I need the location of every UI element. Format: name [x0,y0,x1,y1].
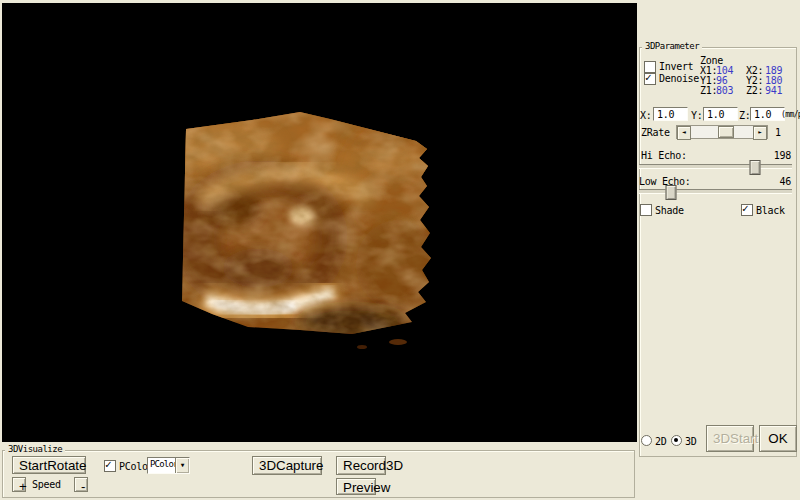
chevron-down-icon[interactable]: ▼ [175,458,189,473]
hi-echo-value: 198 [765,150,791,161]
pcolor-select[interactable]: PColor ▼ [147,457,190,474]
low-echo-thumb[interactable] [666,185,677,200]
black-checkbox[interactable] [741,204,753,216]
mode-2d-radio[interactable] [641,435,652,446]
pcolor-select-value: PColor [150,459,178,469]
scale-x-input[interactable]: 1.0 [653,107,688,121]
pcolor-checkbox[interactable] [104,460,116,472]
black-label: Black [756,205,785,216]
zrate-label: ZRate [641,127,670,138]
scale-x-label: X: [640,110,651,121]
shade-label: Shade [655,205,684,216]
low-echo-label: Low Echo: [639,176,691,187]
app-window: 3DParameter Invert Denoise Zone X1: 104 … [0,0,800,500]
zrate-scrollbar[interactable]: ◄ ► [676,125,768,139]
denoise-label: Denoise [659,73,699,84]
zrate-thumb[interactable] [718,126,734,138]
zrate-value: 1 [775,127,781,138]
low-echo-value: 46 [765,176,791,187]
mode-3d-radio[interactable] [671,435,682,446]
mode-2d-label: 2D [655,436,666,447]
start-rotate-button[interactable]: StartRotate [12,456,86,474]
scale-z-label: Z: [739,110,750,121]
low-echo-slider[interactable] [639,189,792,194]
ok-button[interactable]: OK [759,425,797,452]
scale-unit-label: (mm/p) [781,110,800,119]
speed-plus-button[interactable]: + [12,477,26,492]
hi-echo-slider[interactable] [639,164,792,169]
parameter-groupbox-title: 3DParameter [642,41,702,51]
speed-minus-button[interactable]: - [74,477,88,492]
preview-button[interactable]: Preview [336,478,376,495]
scale-y-label: Y: [691,110,702,121]
ultrasound-render [2,3,637,442]
zone-z1-label: Z1: [700,85,717,96]
mode-3d-label: 3D [685,436,696,447]
zone-z2-value: 941 [765,85,782,96]
record-button[interactable]: Record3D [336,456,386,475]
capture-button[interactable]: 3DCapture [252,456,322,475]
denoise-checkbox[interactable] [644,73,656,85]
zrate-track[interactable] [689,126,755,138]
zrate-right-arrow-icon[interactable]: ► [753,126,767,140]
speed-label: Speed [32,479,61,490]
zone-z2-label: Z2: [746,85,763,96]
invert-label: Invert [659,61,693,72]
render-viewport[interactable] [2,3,637,442]
visualize-groupbox-title: 3DVisualize [5,444,65,454]
hi-echo-thumb[interactable] [750,160,761,175]
scale-y-input[interactable]: 1.0 [703,107,738,121]
start3d-button[interactable]: 3DStart [706,425,754,452]
zone-z1-value: 803 [716,85,733,96]
hi-echo-label: Hi Echo: [641,150,687,161]
shade-checkbox[interactable] [640,204,652,216]
scale-z-input[interactable]: 1.0 [750,107,785,121]
